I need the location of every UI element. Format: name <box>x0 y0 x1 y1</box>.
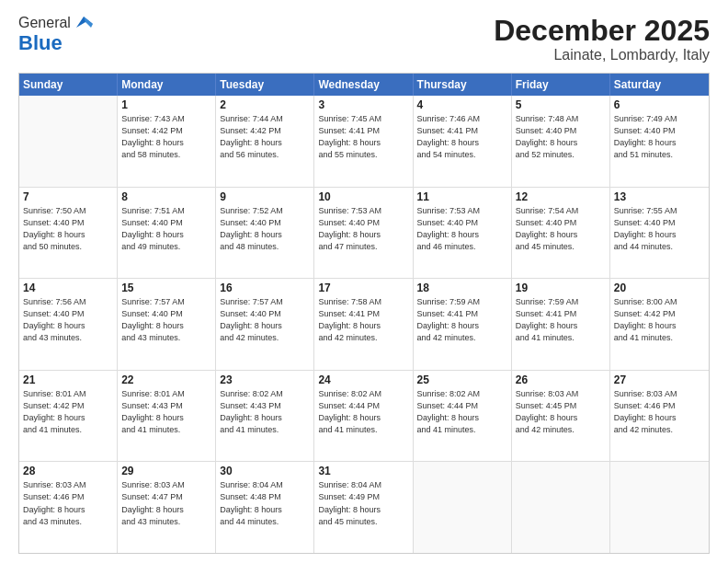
calendar-header: SundayMondayTuesdayWednesdayThursdayFrid… <box>19 74 709 96</box>
day-cell-26: 26Sunrise: 8:03 AM Sunset: 4:45 PM Dayli… <box>512 371 610 462</box>
day-number: 22 <box>121 373 211 386</box>
day-number: 3 <box>318 98 408 111</box>
day-cell-10: 10Sunrise: 7:53 AM Sunset: 4:40 PM Dayli… <box>314 188 413 279</box>
calendar-row-3: 21Sunrise: 8:01 AM Sunset: 4:42 PM Dayli… <box>19 371 709 463</box>
calendar-body: 1Sunrise: 7:43 AM Sunset: 4:42 PM Daylig… <box>19 96 709 553</box>
day-number: 11 <box>417 190 507 203</box>
day-cell-8: 8Sunrise: 7:51 AM Sunset: 4:40 PM Daylig… <box>118 188 216 279</box>
day-cell-3: 3Sunrise: 7:45 AM Sunset: 4:41 PM Daylig… <box>314 96 413 187</box>
day-number: 7 <box>23 190 113 203</box>
day-cell-25: 25Sunrise: 8:02 AM Sunset: 4:44 PM Dayli… <box>414 371 512 462</box>
logo-bird-icon <box>73 15 93 31</box>
day-number: 17 <box>318 282 408 294</box>
day-info: Sunrise: 7:53 AM Sunset: 4:40 PM Dayligh… <box>417 205 507 253</box>
day-info: Sunrise: 7:55 AM Sunset: 4:40 PM Dayligh… <box>614 205 705 253</box>
day-info: Sunrise: 8:01 AM Sunset: 4:42 PM Dayligh… <box>23 388 113 436</box>
day-number: 30 <box>220 465 310 477</box>
header: General Blue December 2025 Lainate, Lomb… <box>18 15 710 63</box>
day-number: 12 <box>516 190 606 203</box>
day-cell-empty-0-0 <box>19 96 118 187</box>
day-info: Sunrise: 8:03 AM Sunset: 4:47 PM Dayligh… <box>121 479 211 527</box>
day-cell-21: 21Sunrise: 8:01 AM Sunset: 4:42 PM Dayli… <box>19 371 118 462</box>
day-number: 27 <box>614 373 705 386</box>
day-cell-1: 1Sunrise: 7:43 AM Sunset: 4:42 PM Daylig… <box>118 96 216 187</box>
day-number: 15 <box>121 282 211 294</box>
day-number: 14 <box>23 282 113 294</box>
day-info: Sunrise: 7:44 AM Sunset: 4:42 PM Dayligh… <box>220 113 310 161</box>
day-cell-6: 6Sunrise: 7:49 AM Sunset: 4:40 PM Daylig… <box>610 96 709 187</box>
header-day-friday: Friday <box>512 74 610 96</box>
day-cell-7: 7Sunrise: 7:50 AM Sunset: 4:40 PM Daylig… <box>19 188 118 279</box>
day-cell-14: 14Sunrise: 7:56 AM Sunset: 4:40 PM Dayli… <box>19 279 118 370</box>
header-day-monday: Monday <box>118 74 216 96</box>
day-info: Sunrise: 7:49 AM Sunset: 4:40 PM Dayligh… <box>614 113 705 161</box>
day-info: Sunrise: 7:56 AM Sunset: 4:40 PM Dayligh… <box>23 296 113 344</box>
day-number: 6 <box>614 98 705 111</box>
day-info: Sunrise: 7:59 AM Sunset: 4:41 PM Dayligh… <box>417 296 507 344</box>
day-info: Sunrise: 7:43 AM Sunset: 4:42 PM Dayligh… <box>121 113 211 161</box>
day-cell-11: 11Sunrise: 7:53 AM Sunset: 4:40 PM Dayli… <box>414 188 512 279</box>
day-info: Sunrise: 7:45 AM Sunset: 4:41 PM Dayligh… <box>318 113 408 161</box>
header-day-wednesday: Wednesday <box>314 74 413 96</box>
day-info: Sunrise: 8:04 AM Sunset: 4:49 PM Dayligh… <box>318 479 408 527</box>
header-day-tuesday: Tuesday <box>216 74 314 96</box>
day-number: 29 <box>121 465 211 477</box>
calendar: SundayMondayTuesdayWednesdayThursdayFrid… <box>18 73 710 554</box>
day-cell-5: 5Sunrise: 7:48 AM Sunset: 4:40 PM Daylig… <box>512 96 610 187</box>
day-cell-empty-4-5 <box>512 462 610 553</box>
day-cell-17: 17Sunrise: 7:58 AM Sunset: 4:41 PM Dayli… <box>314 279 413 370</box>
day-info: Sunrise: 7:46 AM Sunset: 4:41 PM Dayligh… <box>417 113 507 161</box>
calendar-row-0: 1Sunrise: 7:43 AM Sunset: 4:42 PM Daylig… <box>19 96 709 188</box>
day-cell-30: 30Sunrise: 8:04 AM Sunset: 4:48 PM Dayli… <box>216 462 314 553</box>
day-number: 8 <box>121 190 211 203</box>
day-number: 19 <box>516 282 606 294</box>
day-info: Sunrise: 7:58 AM Sunset: 4:41 PM Dayligh… <box>318 296 408 344</box>
day-number: 4 <box>417 98 507 111</box>
day-cell-15: 15Sunrise: 7:57 AM Sunset: 4:40 PM Dayli… <box>118 279 216 370</box>
day-cell-24: 24Sunrise: 8:02 AM Sunset: 4:44 PM Dayli… <box>314 371 413 462</box>
day-cell-9: 9Sunrise: 7:52 AM Sunset: 4:40 PM Daylig… <box>216 188 314 279</box>
day-info: Sunrise: 7:57 AM Sunset: 4:40 PM Dayligh… <box>220 296 310 344</box>
day-info: Sunrise: 8:02 AM Sunset: 4:43 PM Dayligh… <box>220 388 310 436</box>
month-title: December 2025 <box>494 15 710 47</box>
day-cell-13: 13Sunrise: 7:55 AM Sunset: 4:40 PM Dayli… <box>610 188 709 279</box>
day-number: 2 <box>220 98 310 111</box>
title-block: December 2025 Lainate, Lombardy, Italy <box>494 15 710 63</box>
logo: General Blue <box>18 15 93 55</box>
day-number: 24 <box>318 373 408 386</box>
day-cell-12: 12Sunrise: 7:54 AM Sunset: 4:40 PM Dayli… <box>512 188 610 279</box>
day-info: Sunrise: 8:01 AM Sunset: 4:43 PM Dayligh… <box>121 388 211 436</box>
day-number: 25 <box>417 373 507 386</box>
day-number: 10 <box>318 190 408 203</box>
day-cell-16: 16Sunrise: 7:57 AM Sunset: 4:40 PM Dayli… <box>216 279 314 370</box>
day-cell-31: 31Sunrise: 8:04 AM Sunset: 4:49 PM Dayli… <box>314 462 413 553</box>
day-number: 5 <box>516 98 606 111</box>
day-cell-empty-4-4 <box>414 462 512 553</box>
header-day-sunday: Sunday <box>19 74 118 96</box>
day-number: 13 <box>614 190 705 203</box>
day-cell-29: 29Sunrise: 8:03 AM Sunset: 4:47 PM Dayli… <box>118 462 216 553</box>
day-cell-19: 19Sunrise: 7:59 AM Sunset: 4:41 PM Dayli… <box>512 279 610 370</box>
logo-general-text: General <box>18 15 71 31</box>
logo-blue-text: Blue <box>18 31 63 54</box>
day-info: Sunrise: 8:04 AM Sunset: 4:48 PM Dayligh… <box>220 479 310 527</box>
header-day-thursday: Thursday <box>414 74 512 96</box>
calendar-row-2: 14Sunrise: 7:56 AM Sunset: 4:40 PM Dayli… <box>19 279 709 371</box>
day-info: Sunrise: 7:51 AM Sunset: 4:40 PM Dayligh… <box>121 205 211 253</box>
day-info: Sunrise: 8:03 AM Sunset: 4:46 PM Dayligh… <box>23 479 113 527</box>
day-cell-22: 22Sunrise: 8:01 AM Sunset: 4:43 PM Dayli… <box>118 371 216 462</box>
calendar-row-4: 28Sunrise: 8:03 AM Sunset: 4:46 PM Dayli… <box>19 462 709 553</box>
day-number: 1 <box>121 98 211 111</box>
day-cell-20: 20Sunrise: 8:00 AM Sunset: 4:42 PM Dayli… <box>610 279 709 370</box>
day-cell-4: 4Sunrise: 7:46 AM Sunset: 4:41 PM Daylig… <box>414 96 512 187</box>
day-number: 18 <box>417 282 507 294</box>
day-info: Sunrise: 7:52 AM Sunset: 4:40 PM Dayligh… <box>220 205 310 253</box>
header-day-saturday: Saturday <box>610 74 709 96</box>
day-number: 28 <box>23 465 113 477</box>
day-cell-27: 27Sunrise: 8:03 AM Sunset: 4:46 PM Dayli… <box>610 371 709 462</box>
day-info: Sunrise: 7:54 AM Sunset: 4:40 PM Dayligh… <box>516 205 606 253</box>
day-number: 23 <box>220 373 310 386</box>
day-number: 9 <box>220 190 310 203</box>
day-info: Sunrise: 7:53 AM Sunset: 4:40 PM Dayligh… <box>318 205 408 253</box>
day-cell-28: 28Sunrise: 8:03 AM Sunset: 4:46 PM Dayli… <box>19 462 118 553</box>
